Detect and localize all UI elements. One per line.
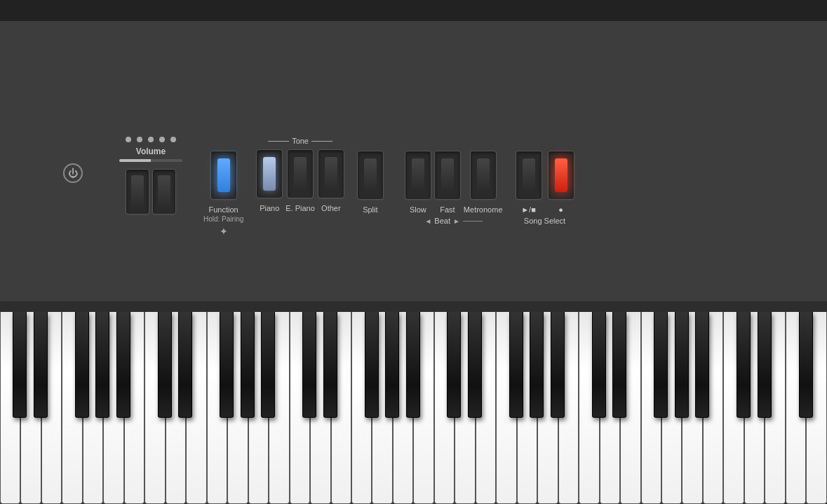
- black-key-oct4-5[interactable]: [695, 312, 709, 418]
- power-button[interactable]: ⏻: [63, 163, 83, 183]
- dot-5: [170, 137, 176, 142]
- black-key-oct2-0[interactable]: [302, 312, 316, 418]
- tone-section: Tone Piano E. Piano: [256, 137, 344, 212]
- beat-label: Beat: [434, 217, 450, 225]
- power-icon: ⏻: [68, 168, 78, 179]
- slow-label: Slow: [410, 205, 426, 214]
- black-key-oct2-1[interactable]: [323, 312, 337, 418]
- keyboard-area: [0, 312, 827, 504]
- black-key-oct0-1[interactable]: [34, 312, 48, 418]
- song-select-label: Song Select: [524, 217, 565, 225]
- slow-button[interactable]: [405, 151, 431, 200]
- play-stop-button[interactable]: [516, 151, 542, 200]
- fast-label: Fast: [440, 205, 455, 214]
- record-dot: ●: [558, 205, 563, 214]
- play-stop-label: ►/■: [521, 205, 536, 214]
- volume-slider[interactable]: [119, 159, 182, 162]
- function-section: Function Hold: Pairing ✦: [203, 137, 243, 237]
- black-key-oct2-3[interactable]: [365, 312, 379, 418]
- function-label: Function: [209, 205, 238, 214]
- tone-buttons: Piano E. Piano Other: [256, 149, 344, 212]
- black-key-oct5-0[interactable]: [737, 312, 751, 418]
- hold-pairing-label: Hold: Pairing: [203, 215, 243, 223]
- playback-section: ►/■ ● Song Select: [516, 137, 574, 225]
- black-key-oct0-4[interactable]: [95, 312, 109, 418]
- black-key-oct0-3[interactable]: [75, 312, 89, 418]
- black-key-oct3-0[interactable]: [447, 312, 461, 418]
- split-section: Split: [357, 137, 384, 214]
- black-key-oct0-0[interactable]: [13, 312, 27, 418]
- beat-left-arrow: ◄: [424, 217, 431, 225]
- other-label: Other: [321, 204, 341, 212]
- black-key-oct1-0[interactable]: [158, 312, 172, 418]
- tone-header: Tone: [268, 137, 332, 145]
- other-button[interactable]: [318, 149, 344, 198]
- dot-4: [159, 137, 165, 142]
- black-key-oct3-4[interactable]: [530, 312, 544, 418]
- record-button[interactable]: [548, 151, 574, 200]
- controls-area: ⏻ Volume: [63, 137, 792, 237]
- black-key-oct5-3[interactable]: [799, 312, 813, 418]
- black-key-oct0-5[interactable]: [116, 312, 130, 418]
- function-buttons: [210, 151, 237, 200]
- function-button[interactable]: [210, 151, 237, 200]
- tempo-buttons: Slow Fast Metronome: [405, 151, 503, 214]
- black-key-oct4-3[interactable]: [654, 312, 668, 418]
- split-label: Split: [363, 205, 377, 214]
- extra-button-2[interactable]: [152, 169, 176, 214]
- epiano-button[interactable]: [287, 149, 314, 198]
- black-key-oct5-1[interactable]: [758, 312, 772, 418]
- black-key-oct3-1[interactable]: [468, 312, 482, 418]
- black-key-oct1-5[interactable]: [261, 312, 275, 418]
- black-key-oct2-5[interactable]: [406, 312, 420, 418]
- epiano-label: E. Piano: [285, 204, 315, 212]
- piano-button[interactable]: [256, 149, 283, 198]
- dot-2: [137, 137, 142, 142]
- main-panel: ⏻ Volume: [0, 21, 827, 315]
- extra-button-1[interactable]: [126, 169, 149, 214]
- black-key-oct4-4[interactable]: [675, 312, 689, 418]
- playback-buttons: ►/■ ●: [516, 151, 574, 214]
- tone-line-left: [268, 141, 289, 142]
- tone-line-right: [311, 141, 332, 142]
- black-key-oct4-1[interactable]: [612, 312, 626, 418]
- black-key-oct1-4[interactable]: [241, 312, 255, 418]
- fast-button[interactable]: [434, 151, 461, 200]
- dot-1: [126, 137, 131, 142]
- split-button[interactable]: [357, 151, 384, 200]
- dot-3: [148, 137, 154, 142]
- piano-label: Piano: [260, 204, 279, 212]
- volume-dots: [126, 137, 176, 142]
- top-bar: [0, 0, 827, 21]
- tone-label: Tone: [289, 137, 311, 145]
- metronome-button[interactable]: [470, 151, 497, 200]
- black-key-oct1-1[interactable]: [178, 312, 192, 418]
- beat-right-arrow: ►: [453, 217, 460, 225]
- metronome-label: Metronome: [464, 205, 503, 214]
- black-key-oct2-4[interactable]: [385, 312, 399, 418]
- tempo-section: Slow Fast Metronome ◄ Beat: [405, 137, 503, 225]
- black-key-oct3-5[interactable]: [551, 312, 565, 418]
- black-key-oct1-3[interactable]: [220, 312, 234, 418]
- black-key-oct3-3[interactable]: [509, 312, 523, 418]
- beat-line: [463, 221, 483, 222]
- black-key-oct4-0[interactable]: [592, 312, 606, 418]
- bluetooth-icon: ✦: [220, 226, 228, 237]
- volume-label: Volume: [136, 147, 166, 156]
